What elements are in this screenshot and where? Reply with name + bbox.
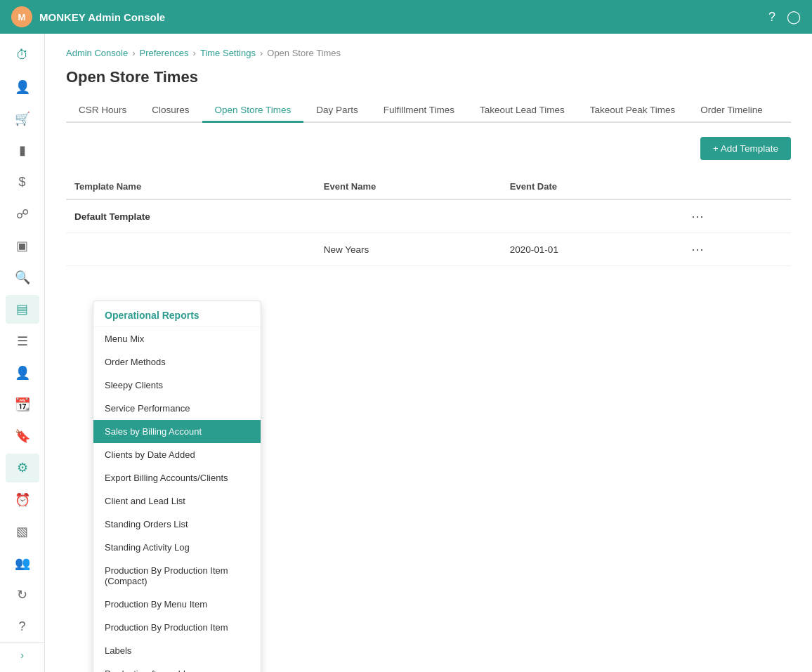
add-template-button[interactable]: + Add Template: [700, 137, 791, 160]
template-name-cell-2: [66, 233, 315, 266]
dropdown-item-production-menu[interactable]: Production By Menu Item: [93, 593, 261, 616]
event-name-cell-2: New Years: [315, 233, 502, 266]
dropdown-item-production-assembly[interactable]: Production Assembly: [93, 662, 261, 672]
tab-day-parts[interactable]: Day Parts: [303, 99, 370, 123]
sidebar-item-refresh[interactable]: ↻: [6, 581, 39, 610]
sidebar-item-monitor[interactable]: ▣: [6, 231, 39, 260]
dropdown-item-production-item[interactable]: Production By Production Item: [93, 616, 261, 639]
breadcrumb-admin-console[interactable]: Admin Console: [66, 48, 128, 58]
tab-takeout-lead-times[interactable]: Takeout Lead Times: [467, 99, 577, 123]
row-actions-cell-2: ⋯: [677, 233, 791, 266]
dropdown-title: Operational Reports: [93, 301, 261, 327]
event-name-cell: [315, 199, 502, 233]
top-navigation: M MONKEY Admin Console ? ◯: [0, 0, 812, 34]
dropdown-item-labels[interactable]: Labels: [93, 639, 261, 662]
breadcrumb-preferences[interactable]: Preferences: [140, 48, 189, 58]
sidebar-item-help[interactable]: ?: [6, 612, 39, 641]
dropdown-item-client-lead-list[interactable]: Client and Lead List: [93, 489, 261, 513]
dropdown-item-standing-activity[interactable]: Standing Activity Log: [93, 536, 261, 559]
app-logo: M: [11, 6, 32, 27]
tab-takeout-peak-times[interactable]: Takeout Peak Times: [577, 99, 688, 123]
dropdown-item-sales-billing[interactable]: Sales by Billing Account: [93, 420, 261, 443]
sidebar: ⏱ 👤 🛒 ▮ $ ☍ ▣ 🔍 ▤ ☰ 👤 📆 🔖 ⚙ ⏰ ▧ 👥 ↻ ? ›: [0, 34, 45, 672]
row-actions-cell: ⋯: [677, 199, 791, 233]
toolbar: + Add Template: [66, 137, 791, 167]
row-more-button-2[interactable]: ⋯: [686, 240, 711, 258]
main-content: Admin Console › Preferences › Time Setti…: [45, 34, 812, 672]
sidebar-item-dashboard[interactable]: ⏱: [6, 41, 39, 70]
breadcrumb-sep3: ›: [260, 48, 263, 58]
breadcrumb-sep2: ›: [193, 48, 196, 58]
sidebar-item-tag[interactable]: 🔖: [6, 422, 39, 451]
app-layout: ⏱ 👤 🛒 ▮ $ ☍ ▣ 🔍 ▤ ☰ 👤 📆 🔖 ⚙ ⏰ ▧ 👥 ↻ ? › …: [0, 34, 812, 672]
sidebar-item-cart[interactable]: 🛒: [6, 104, 39, 133]
tab-fulfillment-times[interactable]: Fulfillment Times: [371, 99, 467, 123]
breadcrumb-current: Open Store Times: [267, 48, 341, 58]
operational-reports-dropdown: Operational Reports Menu Mix Order Metho…: [93, 301, 261, 672]
sidebar-expand-button[interactable]: ›: [0, 643, 44, 666]
app-title: MONKEY Admin Console: [39, 11, 165, 23]
dropdown-item-export-billing[interactable]: Export Billing Accounts/Clients: [93, 466, 261, 489]
dropdown-item-sleepy-clients[interactable]: Sleepy Clients: [93, 374, 261, 397]
dropdown-item-service-performance[interactable]: Service Performance: [93, 397, 261, 420]
event-date-cell: [502, 199, 678, 233]
sidebar-item-table[interactable]: 📆: [6, 390, 39, 419]
sidebar-item-gear[interactable]: ⚙: [6, 454, 39, 482]
table-row: New Years 2020-01-01 ⋯: [66, 233, 791, 266]
dropdown-item-standing-orders[interactable]: Standing Orders List: [93, 513, 261, 536]
col-event-name: Event Name: [315, 174, 502, 199]
dropdown-item-menu-mix[interactable]: Menu Mix: [93, 327, 261, 350]
template-name-cell: Default Template: [66, 199, 315, 233]
dropdown-item-clients-date-added[interactable]: Clients by Date Added: [93, 443, 261, 466]
tab-closures[interactable]: Closures: [139, 99, 202, 123]
sidebar-item-report[interactable]: ☍: [6, 199, 39, 228]
sidebar-item-clock[interactable]: ⏰: [6, 485, 39, 514]
sidebar-item-dollar[interactable]: $: [6, 168, 39, 197]
event-date-cell-2: 2020-01-01: [502, 233, 678, 266]
breadcrumb-time-settings[interactable]: Time Settings: [200, 48, 256, 58]
page-title: Open Store Times: [66, 68, 791, 86]
sidebar-item-person[interactable]: 👤: [6, 358, 39, 387]
breadcrumb: Admin Console › Preferences › Time Setti…: [66, 48, 791, 58]
user-nav-icon[interactable]: ◯: [787, 9, 801, 25]
dropdown-item-order-methods[interactable]: Order Methods: [93, 350, 261, 374]
templates-table: Template Name Event Name Event Date Defa…: [66, 174, 791, 266]
row-more-button[interactable]: ⋯: [686, 207, 711, 225]
tab-csr-hours[interactable]: CSR Hours: [66, 99, 139, 123]
nav-left: M MONKEY Admin Console: [11, 6, 165, 27]
sidebar-item-card[interactable]: ▮: [6, 136, 39, 165]
help-nav-icon[interactable]: ?: [768, 10, 775, 25]
tab-order-timeline[interactable]: Order Timeline: [688, 99, 775, 123]
tabs-bar: CSR Hours Closures Open Store Times Day …: [66, 99, 791, 123]
breadcrumb-sep1: ›: [132, 48, 135, 58]
col-actions: [677, 174, 791, 199]
sidebar-item-contact[interactable]: 👥: [6, 549, 39, 578]
dropdown-item-production-compact[interactable]: Production By Production Item (Compact): [93, 559, 261, 593]
sidebar-item-list[interactable]: ☰: [6, 327, 39, 355]
table-row: Default Template ⋯: [66, 199, 791, 233]
sidebar-item-display[interactable]: ▧: [6, 517, 39, 546]
col-event-date: Event Date: [502, 174, 678, 199]
nav-right: ? ◯: [768, 9, 801, 25]
sidebar-item-users[interactable]: 👤: [6, 72, 39, 101]
tab-open-store-times[interactable]: Open Store Times: [202, 99, 304, 123]
col-template-name: Template Name: [66, 174, 315, 199]
sidebar-item-chart[interactable]: ▤: [6, 295, 39, 324]
sidebar-item-search[interactable]: 🔍: [6, 263, 39, 292]
